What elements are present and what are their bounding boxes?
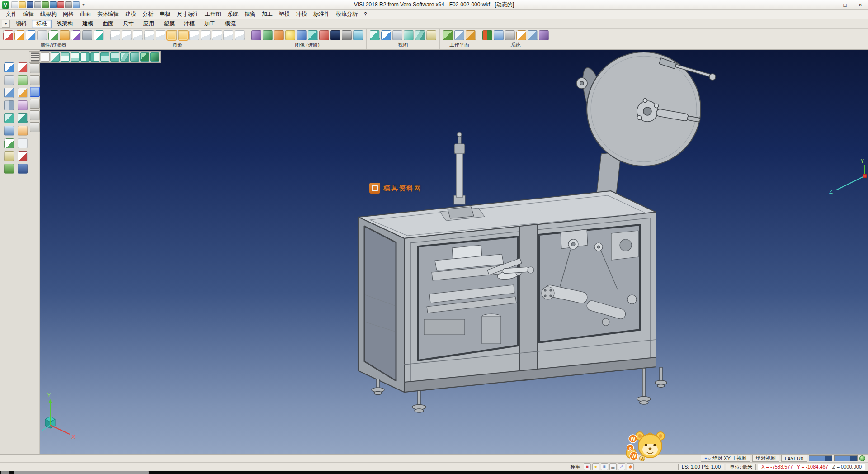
layers-indicator-icon[interactable]: ≡: [601, 463, 608, 470]
absolute-view-indicator[interactable]: 绝对视图: [752, 455, 779, 462]
menu-item[interactable]: 曲面: [77, 10, 94, 18]
attribute-copy-icon[interactable]: [48, 30, 58, 40]
workplane-grid-icon[interactable]: [443, 30, 453, 40]
view-cube-icon[interactable]: [415, 30, 425, 40]
workplane-indicator-icon[interactable]: ◆: [627, 463, 634, 470]
menu-item[interactable]: 实体编辑: [94, 10, 122, 18]
pan-tool-icon[interactable]: [4, 75, 14, 85]
save-tool-icon[interactable]: [18, 164, 28, 174]
previous-zoom-icon[interactable]: [30, 122, 40, 132]
cone-icon[interactable]: [189, 30, 199, 40]
back-view-icon[interactable]: [100, 52, 109, 62]
status-sphere-icon[interactable]: [859, 455, 865, 461]
render-icon[interactable]: [263, 30, 273, 40]
workplane-set-icon[interactable]: [466, 30, 476, 40]
close-button[interactable]: ×: [853, 0, 868, 9]
snap-tool-icon[interactable]: [18, 75, 28, 85]
scale-indicator[interactable]: LS: 1.00 PS: 1.00: [678, 464, 724, 470]
profile-icon[interactable]: [235, 30, 245, 40]
menu-item[interactable]: 线架构: [37, 10, 60, 18]
settings-icon[interactable]: [65, 1, 72, 8]
grid-settings-icon[interactable]: [528, 30, 538, 40]
surface-mode-icon[interactable]: [18, 126, 28, 136]
database-icon[interactable]: [505, 30, 515, 40]
menu-item[interactable]: 视窗: [241, 10, 259, 18]
top-view-icon[interactable]: [61, 52, 70, 62]
entity-filter-icon[interactable]: [26, 30, 36, 40]
dimension-tool-icon[interactable]: [4, 151, 14, 161]
workflow-tab[interactable]: 标准: [32, 20, 52, 28]
menu-item[interactable]: 标准件: [310, 10, 333, 18]
solid-mode-icon[interactable]: [4, 126, 14, 136]
layer-filter-icon[interactable]: [14, 30, 24, 40]
menu-item[interactable]: 冲模: [293, 10, 310, 18]
attribute-paint-icon[interactable]: [60, 30, 70, 40]
iso-view-icon[interactable]: [51, 52, 60, 62]
workflow-tab[interactable]: 模流: [220, 20, 240, 28]
undo-icon[interactable]: [42, 1, 49, 8]
section-icon[interactable]: [319, 30, 329, 40]
printer-indicator-icon[interactable]: ▄: [609, 463, 617, 470]
menu-item[interactable]: 建模: [122, 10, 139, 18]
new-file-icon[interactable]: [11, 1, 18, 8]
erase-tool-icon[interactable]: [18, 151, 28, 161]
dynamic-rotate-icon[interactable]: [30, 63, 40, 73]
layer-indicator[interactable]: LAYER0: [781, 455, 807, 462]
line-icon[interactable]: [122, 30, 132, 40]
pan-view-icon[interactable]: [392, 30, 402, 40]
delete-icon[interactable]: [57, 1, 64, 8]
lighting-icon[interactable]: [285, 30, 295, 40]
zoom-extents-tool-icon[interactable]: [30, 110, 40, 120]
view-mode-indicator[interactable]: +○ 绝对 XY 上视图: [701, 455, 750, 462]
rotate-view-icon[interactable]: [404, 30, 414, 40]
maximize-button[interactable]: □: [837, 0, 853, 9]
mirror-tool-icon[interactable]: [4, 100, 14, 110]
workflow-tab[interactable]: 曲面: [98, 20, 118, 28]
zoom-window-tool-icon[interactable]: [30, 99, 40, 109]
view-menu-icon[interactable]: [31, 52, 40, 62]
help-icon[interactable]: [73, 1, 80, 8]
sphere-icon[interactable]: [201, 30, 211, 40]
workflow-tab[interactable]: 应用: [139, 20, 159, 28]
torus-icon[interactable]: [212, 30, 222, 40]
menu-item[interactable]: 电极: [156, 10, 174, 18]
menu-item[interactable]: 编辑: [20, 10, 37, 18]
shading-icon[interactable]: [251, 30, 261, 40]
zoom-extents-icon[interactable]: [370, 30, 380, 40]
step-indicator-icon[interactable]: 2: [618, 463, 625, 470]
wireframe-view-icon[interactable]: [41, 52, 50, 62]
menu-item[interactable]: 系统: [224, 10, 241, 18]
tab-dropdown-caret[interactable]: ▼: [2, 20, 10, 28]
box-icon[interactable]: [178, 30, 188, 40]
menu-item[interactable]: ?: [361, 11, 370, 18]
arc-icon[interactable]: [156, 30, 165, 40]
material-icon[interactable]: [297, 30, 307, 40]
menu-item[interactable]: 尺寸标注: [174, 10, 202, 18]
axonometric-view-icon[interactable]: [120, 52, 129, 62]
rotate-tool-icon[interactable]: [18, 88, 28, 98]
delete-tool-icon[interactable]: [18, 62, 28, 72]
workflow-tab[interactable]: 加工: [200, 20, 220, 28]
menu-item[interactable]: 加工: [259, 10, 276, 18]
right-view-icon[interactable]: [80, 52, 90, 62]
group-filter-icon[interactable]: [94, 30, 104, 40]
shaded-view-icon[interactable]: [140, 52, 149, 62]
workflow-tab[interactable]: 冲模: [179, 20, 199, 28]
texture-icon[interactable]: [274, 30, 284, 40]
print-icon[interactable]: [34, 1, 41, 8]
lock-filter-icon[interactable]: [82, 30, 92, 40]
menu-item[interactable]: 工程图: [202, 10, 224, 18]
transparency-icon[interactable]: [308, 30, 318, 40]
front-view-icon[interactable]: [71, 52, 80, 62]
menu-item[interactable]: 塑模: [276, 10, 293, 18]
view-cube-tool-icon[interactable]: [18, 113, 28, 123]
performance-icon[interactable]: [539, 30, 549, 40]
machine-3d-scene[interactable]: Y X Y Z: [40, 50, 868, 454]
reflection-icon[interactable]: [353, 30, 363, 40]
move-tool-icon[interactable]: [4, 88, 14, 98]
display-options-icon[interactable]: [494, 30, 504, 40]
workflow-tab[interactable]: 编辑: [11, 20, 31, 28]
circle-icon[interactable]: [144, 30, 154, 40]
bottom-view-icon[interactable]: [110, 52, 119, 62]
scale-tool-icon[interactable]: [18, 100, 28, 110]
